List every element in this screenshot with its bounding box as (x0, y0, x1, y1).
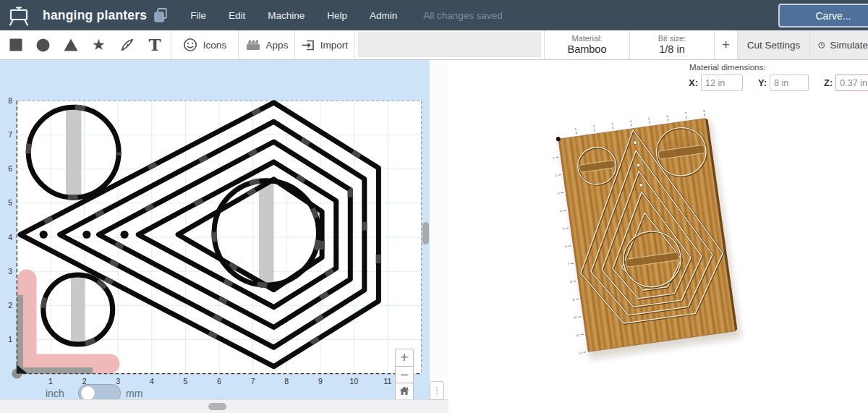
text-tool-icon[interactable]: T (148, 37, 161, 53)
save-status-text: All changes saved (423, 10, 503, 21)
ruler-x-label: 8 (284, 377, 289, 386)
shape-tools-group: ★ T (0, 30, 171, 59)
toolbar-spacer (354, 30, 545, 59)
top-navbar: hanging planters File Edit Machine Help … (0, 0, 868, 30)
svg-text:1: 1 (553, 156, 556, 159)
bit-size-value: 1/8 in (659, 43, 684, 56)
unit-mm-label: mm (126, 388, 142, 399)
svg-text:5: 5 (562, 226, 565, 230)
carve-button[interactable]: Carve... (778, 4, 868, 27)
icons-label: Icons (203, 40, 226, 51)
svg-text:7: 7 (684, 111, 687, 115)
import-icon (301, 38, 315, 52)
ruler-x-label: 7 (251, 377, 255, 386)
svg-text:8: 8 (703, 109, 706, 113)
main-area: 123456789101112345678 + − inch mm ⋮ 12 (0, 60, 868, 413)
svg-text:11: 11 (576, 333, 580, 337)
horizontal-scrollbar-thumb[interactable] (208, 403, 226, 410)
star-tool-icon[interactable]: ★ (92, 38, 106, 52)
ruler-x-label: 4 (150, 377, 154, 386)
toolbar: ★ T Icons Apps Import (0, 30, 868, 60)
svg-text:10: 10 (573, 315, 577, 320)
cut-settings-button[interactable]: Cut Settings (738, 30, 810, 59)
import-button[interactable]: Import (295, 30, 354, 59)
home-icon (399, 386, 409, 396)
square-tool-icon[interactable] (9, 38, 22, 51)
bit-size-label: Bit size: (658, 34, 686, 43)
y-label: Y: (758, 77, 767, 88)
svg-text:6: 6 (565, 244, 568, 248)
cut-settings-label: Cut Settings (747, 40, 801, 51)
icons-button[interactable]: Icons (171, 30, 239, 59)
svg-text:6: 6 (666, 114, 669, 118)
material-selector[interactable]: Material: Bamboo (545, 30, 630, 59)
ruler-x-label: 11 (384, 377, 392, 386)
svg-text:1: 1 (574, 127, 577, 131)
z-dimension-input[interactable] (835, 74, 868, 91)
slot-pocket[interactable] (66, 108, 81, 197)
svg-text:4: 4 (560, 209, 563, 213)
ruler-x-label: 6 (217, 377, 221, 386)
material-dimensions-heading: Material dimensions: (689, 63, 868, 72)
preview-3d-panel: 12345678123456789101112 Material dimensi… (448, 60, 868, 413)
menu-machine[interactable]: Machine (268, 10, 305, 21)
menu-file[interactable]: File (190, 10, 206, 21)
svg-text:2: 2 (593, 124, 596, 128)
slot-pocket[interactable] (71, 276, 85, 344)
unit-toggle-knob[interactable] (80, 386, 95, 401)
slot-pocket[interactable] (259, 182, 274, 284)
svg-text:3: 3 (558, 191, 561, 195)
nav-menu-bar: File Edit Machine Help Admin (190, 10, 397, 21)
simulate-label: Simulate (830, 40, 868, 51)
zoom-in-button[interactable]: + (395, 349, 414, 366)
ruler-y-label: 2 (8, 301, 12, 310)
simulate-button[interactable]: Simulate (810, 30, 868, 59)
clock-icon (818, 39, 825, 51)
svg-text:4: 4 (629, 119, 632, 123)
design-2d-panel: 123456789101112345678 + − inch mm (0, 60, 430, 413)
design-canvas[interactable]: 123456789101112345678 (0, 60, 430, 413)
add-bit-button[interactable]: + (715, 30, 738, 59)
hanging-hole[interactable] (82, 231, 90, 239)
menu-admin[interactable]: Admin (370, 10, 397, 21)
pen-tool-icon[interactable] (119, 37, 135, 53)
material-label: Material: (571, 34, 602, 43)
svg-text:7: 7 (567, 262, 570, 265)
svg-text:12: 12 (578, 351, 582, 355)
duplicate-project-icon[interactable] (153, 7, 168, 23)
ruler-y-label: 5 (8, 198, 12, 207)
ruler-y-label: 7 (8, 130, 12, 139)
menu-edit[interactable]: Edit (229, 10, 245, 21)
material-value: Bamboo (567, 43, 606, 56)
board-3d-preview[interactable]: 12345678123456789101112 (448, 60, 868, 413)
ruler-x-label: 1 (48, 377, 53, 386)
y-dimension-input[interactable] (770, 74, 809, 91)
hanging-hole[interactable] (40, 231, 48, 239)
lego-brick-icon (245, 38, 261, 52)
ruler-x-label: 3 (116, 377, 120, 386)
unit-inch-label: inch (46, 388, 64, 399)
zoom-home-button[interactable] (395, 383, 414, 401)
panel-options-button[interactable]: ⋮ (430, 381, 444, 400)
z-label: Z: (824, 77, 833, 88)
easel-logo-icon[interactable] (7, 4, 31, 27)
menu-help[interactable]: Help (327, 10, 347, 21)
svg-text:3: 3 (611, 122, 614, 125)
svg-text:2: 2 (555, 174, 558, 177)
ruler-y-label: 1 (8, 335, 12, 344)
apps-button[interactable]: Apps (239, 30, 295, 59)
circle-tool-icon[interactable] (36, 38, 50, 52)
vertical-scrollbar-thumb[interactable] (422, 222, 429, 244)
board-hanging-hole (637, 163, 641, 168)
project-title[interactable]: hanging planters (43, 8, 147, 23)
hanging-hole[interactable] (120, 231, 128, 239)
bit-size-selector[interactable]: Bit size: 1/8 in (630, 30, 715, 59)
triangle-tool-icon[interactable] (64, 38, 78, 51)
x-dimension-input[interactable] (701, 74, 743, 91)
svg-text:9: 9 (572, 297, 575, 301)
svg-text:8: 8 (570, 280, 573, 284)
material-dimensions-form: Material dimensions: X: Y: Z: (689, 63, 868, 91)
bamboo-board[interactable]: 12345678123456789101112 (547, 108, 738, 354)
smiley-icon (183, 38, 197, 52)
zoom-out-button[interactable]: − (395, 366, 414, 383)
